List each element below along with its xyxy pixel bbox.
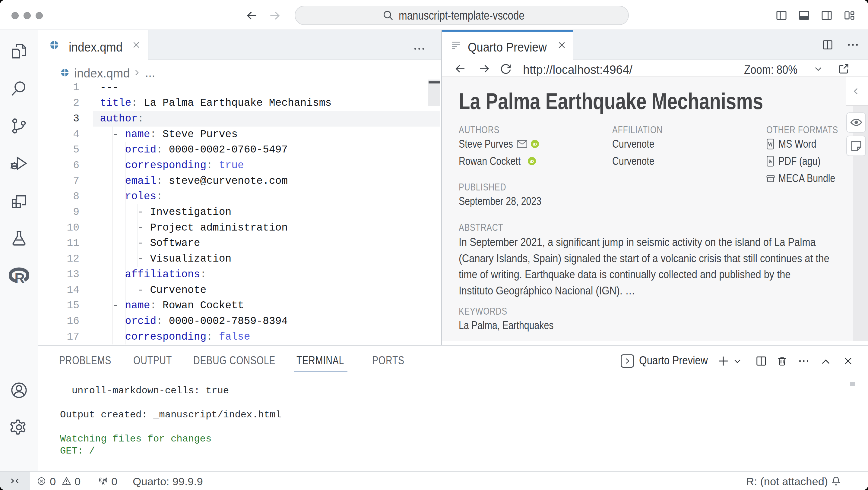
svg-text:R: R (14, 270, 25, 285)
svg-text:iD: iD (533, 142, 537, 146)
svg-text:iD: iD (530, 159, 534, 164)
